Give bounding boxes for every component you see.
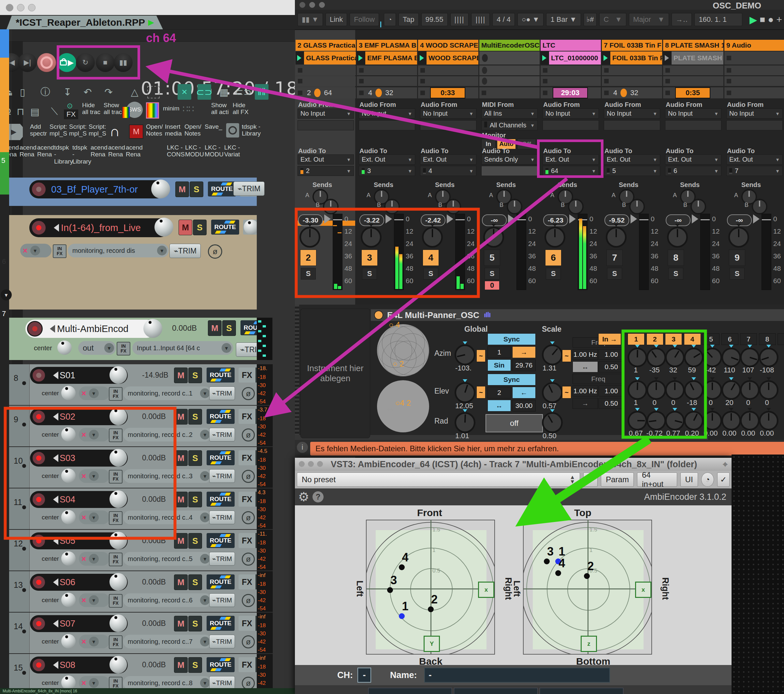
- color-rainbow-button[interactable]: [146, 102, 159, 118]
- clip-slot[interactable]: [418, 66, 478, 75]
- clip-stop-button[interactable]: [726, 79, 731, 84]
- elev-value[interactable]: 20: [721, 398, 738, 407]
- send-b-knob[interactable]: [384, 199, 400, 214]
- groove-selector[interactable]: ○●▼: [517, 13, 544, 26]
- clip-play-button[interactable]: [602, 51, 610, 64]
- time-signature-field[interactable]: 4 / 4: [492, 13, 515, 26]
- transport-stop-button[interactable]: ■: [96, 53, 115, 72]
- toolbar-label[interactable]: Hide all FX: [233, 102, 253, 116]
- param-button[interactable]: Param: [601, 472, 634, 487]
- undo-icon[interactable]: ↶: [81, 84, 94, 100]
- track-10-S03[interactable]: 10 S03 0.00dB MSROUTEFX center ×▼ INFX m…: [9, 447, 257, 488]
- slot-circle[interactable]: [482, 54, 488, 62]
- output-type-dropdown[interactable]: Ext. Out▼: [359, 155, 415, 164]
- elev-value[interactable]: 0: [646, 398, 663, 407]
- slot-status-row[interactable]: 4 32: [357, 87, 417, 99]
- elev-value[interactable]: -18: [684, 398, 700, 407]
- reaper-project-tab[interactable]: *ICST_Reaper_Ableton.RPP ▶: [7, 16, 163, 29]
- volume-fader[interactable]: [517, 214, 526, 290]
- pan-knob[interactable]: [300, 227, 320, 248]
- track-name[interactable]: S08: [59, 660, 75, 670]
- input-fx-badge[interactable]: INFX: [109, 470, 122, 483]
- input-type-dropdown[interactable]: No Input▼: [726, 109, 783, 118]
- phase-button[interactable]: ø: [242, 511, 255, 524]
- name-field[interactable]: -: [424, 668, 610, 682]
- solo-button[interactable]: S: [730, 268, 744, 280]
- toolbar-script-button[interactable]: Script: mpl_S: [49, 123, 69, 137]
- monitoring-dropdown[interactable]: monitoring, record c..7▼: [123, 635, 212, 648]
- output-type-dropdown[interactable]: Ext. Out▼: [542, 155, 599, 164]
- record-button[interactable]: ●: [768, 14, 774, 25]
- input-type-dropdown[interactable]: No Input▼: [359, 109, 415, 118]
- input-fx-badge[interactable]: INFX: [109, 511, 122, 525]
- redo-icon[interactable]: ↷: [102, 84, 115, 100]
- azim-value[interactable]: -42: [703, 366, 719, 374]
- channel-rad-knob[interactable]: [721, 411, 741, 431]
- zoom-button[interactable]: [319, 2, 325, 8]
- key-selector[interactable]: C▼: [599, 13, 626, 26]
- toolbar-script-button[interactable]: Script: mpl_S: [69, 123, 89, 137]
- input-channel-dropdown[interactable]: [665, 120, 721, 130]
- record-arm-button[interactable]: [27, 321, 43, 337]
- clip-slot[interactable]: WOOD SCRAPE: [418, 51, 478, 64]
- amt-field[interactable]: 1.00: [599, 385, 624, 396]
- clip[interactable]: GLASS Practica: [304, 51, 356, 64]
- phase-button[interactable]: ø: [208, 244, 222, 259]
- track-name[interactable]: S03: [59, 453, 75, 463]
- clip[interactable]: WOOD SCRAPE: [427, 51, 478, 64]
- preview-button[interactable]: 0: [484, 281, 499, 290]
- mute-button[interactable]: M: [174, 657, 188, 673]
- clip-stop-button[interactable]: [420, 79, 425, 84]
- input-channel-dropdown[interactable]: [542, 120, 599, 130]
- zoom-button[interactable]: [317, 461, 323, 467]
- pan-knob[interactable]: [109, 449, 127, 467]
- beat-field[interactable]: 1: [488, 346, 511, 358]
- record-arm-button[interactable]: [31, 658, 46, 672]
- toolbar-script-button[interactable]: Open/ Notes: [184, 123, 204, 137]
- volume-readout[interactable]: 0.00dB: [142, 536, 166, 545]
- preset-combobox[interactable]: No preset ▲▼: [297, 472, 580, 487]
- toolbar-preset-button[interactable]: tdspk - Library: [72, 144, 90, 165]
- in-routing-button[interactable]: In →: [598, 333, 621, 345]
- clip-stop-button[interactable]: [359, 68, 364, 72]
- route-button[interactable]: ROUTE: [207, 533, 235, 548]
- param-value[interactable]: -103.: [455, 364, 471, 372]
- solo-button[interactable]: S: [301, 268, 316, 280]
- mute-button[interactable]: M: [174, 574, 188, 590]
- phase-button[interactable]: ø: [242, 635, 255, 648]
- volume-readout[interactable]: 0.00dB: [142, 495, 166, 504]
- azim-value[interactable]: -108: [759, 366, 775, 374]
- clip[interactable]: PLATE SMASH 1: [672, 51, 723, 64]
- track-header-2[interactable]: 3 EMF PLASMA B: [357, 40, 417, 51]
- param-value[interactable]: 1.31: [542, 364, 557, 372]
- fx-button[interactable]: FX: [239, 450, 257, 465]
- track-header-8[interactable]: 9 Audio: [725, 40, 784, 51]
- new-file-icon[interactable]: ▯: [16, 84, 29, 100]
- monitoring-dropdown[interactable]: monitoring, record c..4▼: [123, 511, 212, 524]
- output-channel-dropdown[interactable]: 5▼: [604, 166, 660, 176]
- tap-button[interactable]: Tap: [399, 13, 418, 26]
- pan-knob[interactable]: [667, 227, 688, 248]
- mute-button[interactable]: M: [175, 181, 189, 197]
- output-type-dropdown[interactable]: Ext. Out▼: [726, 155, 783, 164]
- volume-readout[interactable]: 0.00dB: [172, 324, 197, 333]
- track-header-7[interactable]: 8 PLATE SMASH 1: [663, 40, 723, 51]
- clip-slot[interactable]: [540, 76, 601, 86]
- clip-slot[interactable]: [479, 76, 540, 86]
- transport-record-button[interactable]: [37, 53, 56, 72]
- solo-button[interactable]: S: [222, 320, 236, 336]
- phase-button[interactable]: ø: [242, 677, 255, 690]
- track-14-S07[interactable]: 14 S07 0.00dB MSROUTEFX center ×▼ INFX m…: [9, 613, 257, 654]
- io-button[interactable]: 64 in+out: [637, 472, 677, 487]
- solo-button[interactable]: S: [188, 409, 202, 424]
- volume-fader[interactable]: [578, 214, 588, 290]
- toolbar-preset-button[interactable]: acend Rena: [108, 144, 126, 158]
- clip-slot[interactable]: [479, 66, 540, 75]
- rad-value[interactable]: 0.00: [701, 429, 720, 437]
- clip-slot[interactable]: [418, 76, 478, 86]
- record-mode-dropdown[interactable]: ×▼: [79, 676, 109, 690]
- record-arm-button[interactable]: [31, 181, 46, 197]
- track-activator[interactable]: 8: [668, 250, 684, 266]
- mod-toggle[interactable]: ~: [562, 350, 571, 362]
- solo-button[interactable]: S: [484, 268, 499, 280]
